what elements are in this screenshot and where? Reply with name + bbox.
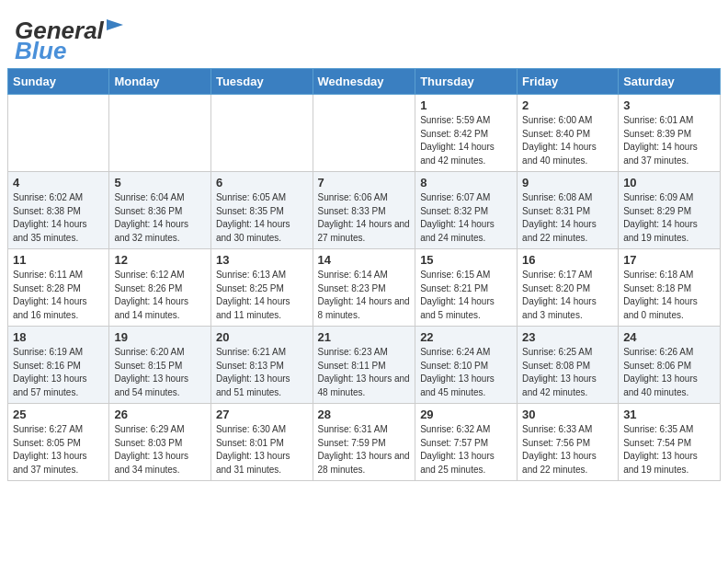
- day-number: 19: [114, 330, 206, 344]
- day-number: 9: [522, 176, 613, 190]
- calendar-cell: 19Sunrise: 6:20 AM Sunset: 8:15 PM Dayli…: [109, 327, 211, 404]
- day-number: 20: [216, 330, 308, 344]
- logo-flag-icon: [107, 19, 123, 34]
- day-number: 24: [623, 330, 715, 344]
- logo-blue: Blue: [15, 39, 66, 63]
- day-content: Sunrise: 6:11 AM Sunset: 8:28 PM Dayligh…: [13, 269, 104, 322]
- calendar-cell: 20Sunrise: 6:21 AM Sunset: 8:13 PM Dayli…: [210, 327, 313, 404]
- day-number: 10: [623, 176, 715, 190]
- calendar-cell: 26Sunrise: 6:29 AM Sunset: 8:03 PM Dayli…: [109, 404, 211, 481]
- calendar-cell: 2Sunrise: 6:00 AM Sunset: 8:40 PM Daylig…: [518, 95, 619, 172]
- day-content: Sunrise: 6:17 AM Sunset: 8:20 PM Dayligh…: [522, 269, 613, 322]
- day-content: Sunrise: 6:25 AM Sunset: 8:08 PM Dayligh…: [522, 346, 613, 399]
- calendar-cell: 14Sunrise: 6:14 AM Sunset: 8:23 PM Dayli…: [313, 249, 415, 327]
- day-number: 17: [623, 253, 715, 267]
- day-number: 5: [114, 176, 206, 190]
- day-number: 4: [13, 176, 104, 190]
- day-number: 23: [522, 330, 613, 344]
- day-content: Sunrise: 6:35 AM Sunset: 7:54 PM Dayligh…: [623, 423, 715, 477]
- day-content: Sunrise: 6:06 AM Sunset: 8:33 PM Dayligh…: [318, 191, 411, 245]
- calendar-cell: 3Sunrise: 6:01 AM Sunset: 8:39 PM Daylig…: [619, 95, 721, 172]
- calendar-cell: 13Sunrise: 6:13 AM Sunset: 8:25 PM Dayli…: [210, 249, 313, 327]
- calendar-cell: 23Sunrise: 6:25 AM Sunset: 8:08 PM Dayli…: [518, 327, 619, 404]
- day-number: 31: [623, 408, 715, 421]
- day-content: Sunrise: 5:59 AM Sunset: 8:42 PM Dayligh…: [420, 114, 512, 167]
- day-content: Sunrise: 6:30 AM Sunset: 8:01 PM Dayligh…: [216, 423, 308, 477]
- calendar-header-friday: Friday: [518, 69, 619, 95]
- calendar-cell: 21Sunrise: 6:23 AM Sunset: 8:11 PM Dayli…: [313, 327, 415, 404]
- calendar-week-row: 4Sunrise: 6:02 AM Sunset: 8:38 PM Daylig…: [8, 172, 721, 249]
- day-content: Sunrise: 6:05 AM Sunset: 8:35 PM Dayligh…: [216, 191, 308, 245]
- day-number: 27: [216, 408, 308, 421]
- calendar-cell: [210, 95, 313, 172]
- day-number: 18: [13, 330, 104, 344]
- calendar-table: SundayMondayTuesdayWednesdayThursdayFrid…: [7, 68, 721, 481]
- calendar-cell: 12Sunrise: 6:12 AM Sunset: 8:26 PM Dayli…: [109, 249, 211, 327]
- calendar-cell: 17Sunrise: 6:18 AM Sunset: 8:18 PM Dayli…: [619, 249, 721, 327]
- calendar-cell: [109, 95, 211, 172]
- calendar-cell: 5Sunrise: 6:04 AM Sunset: 8:36 PM Daylig…: [109, 172, 211, 249]
- calendar-week-row: 18Sunrise: 6:19 AM Sunset: 8:16 PM Dayli…: [8, 327, 721, 404]
- calendar-cell: 29Sunrise: 6:32 AM Sunset: 7:57 PM Dayli…: [415, 404, 518, 481]
- calendar-cell: 15Sunrise: 6:15 AM Sunset: 8:21 PM Dayli…: [415, 249, 518, 327]
- calendar-week-row: 11Sunrise: 6:11 AM Sunset: 8:28 PM Dayli…: [8, 249, 721, 327]
- day-number: 30: [522, 408, 613, 421]
- day-content: Sunrise: 6:09 AM Sunset: 8:29 PM Dayligh…: [623, 191, 715, 245]
- day-content: Sunrise: 6:01 AM Sunset: 8:39 PM Dayligh…: [623, 114, 715, 167]
- calendar-cell: 28Sunrise: 6:31 AM Sunset: 7:59 PM Dayli…: [313, 404, 415, 481]
- day-content: Sunrise: 6:20 AM Sunset: 8:15 PM Dayligh…: [114, 346, 206, 399]
- logo: General Blue: [15, 18, 123, 63]
- calendar-cell: 4Sunrise: 6:02 AM Sunset: 8:38 PM Daylig…: [8, 172, 109, 249]
- calendar-cell: 1Sunrise: 5:59 AM Sunset: 8:42 PM Daylig…: [415, 95, 518, 172]
- day-content: Sunrise: 6:29 AM Sunset: 8:03 PM Dayligh…: [114, 423, 206, 477]
- calendar-cell: 24Sunrise: 6:26 AM Sunset: 8:06 PM Dayli…: [619, 327, 721, 404]
- calendar-cell: 6Sunrise: 6:05 AM Sunset: 8:35 PM Daylig…: [210, 172, 313, 249]
- day-number: 22: [420, 330, 512, 344]
- day-content: Sunrise: 6:00 AM Sunset: 8:40 PM Dayligh…: [522, 114, 613, 167]
- day-content: Sunrise: 6:15 AM Sunset: 8:21 PM Dayligh…: [420, 269, 512, 322]
- day-content: Sunrise: 6:12 AM Sunset: 8:26 PM Dayligh…: [114, 269, 206, 322]
- day-content: Sunrise: 6:19 AM Sunset: 8:16 PM Dayligh…: [13, 346, 104, 399]
- calendar-cell: 22Sunrise: 6:24 AM Sunset: 8:10 PM Dayli…: [415, 327, 518, 404]
- day-content: Sunrise: 6:13 AM Sunset: 8:25 PM Dayligh…: [216, 269, 308, 322]
- svg-marker-0: [107, 19, 123, 30]
- calendar-cell: 8Sunrise: 6:07 AM Sunset: 8:32 PM Daylig…: [415, 172, 518, 249]
- day-content: Sunrise: 6:02 AM Sunset: 8:38 PM Dayligh…: [13, 191, 104, 245]
- calendar-header-thursday: Thursday: [415, 69, 518, 95]
- day-content: Sunrise: 6:23 AM Sunset: 8:11 PM Dayligh…: [318, 346, 411, 399]
- calendar-header-monday: Monday: [109, 69, 211, 95]
- calendar-cell: [313, 95, 415, 172]
- day-content: Sunrise: 6:33 AM Sunset: 7:56 PM Dayligh…: [522, 423, 613, 477]
- day-number: 1: [420, 98, 512, 112]
- day-number: 25: [13, 408, 104, 421]
- calendar-header-tuesday: Tuesday: [210, 69, 313, 95]
- day-content: Sunrise: 6:26 AM Sunset: 8:06 PM Dayligh…: [623, 346, 715, 399]
- day-number: 8: [420, 176, 512, 190]
- day-content: Sunrise: 6:27 AM Sunset: 8:05 PM Dayligh…: [13, 423, 104, 477]
- day-number: 16: [522, 253, 613, 267]
- day-number: 3: [623, 98, 715, 112]
- day-number: 26: [114, 408, 206, 421]
- day-content: Sunrise: 6:31 AM Sunset: 7:59 PM Dayligh…: [318, 423, 411, 477]
- calendar-cell: 7Sunrise: 6:06 AM Sunset: 8:33 PM Daylig…: [313, 172, 415, 249]
- day-number: 15: [420, 253, 512, 267]
- calendar-cell: [8, 95, 109, 172]
- calendar-cell: 9Sunrise: 6:08 AM Sunset: 8:31 PM Daylig…: [518, 172, 619, 249]
- calendar-week-row: 25Sunrise: 6:27 AM Sunset: 8:05 PM Dayli…: [8, 404, 721, 481]
- calendar-cell: 18Sunrise: 6:19 AM Sunset: 8:16 PM Dayli…: [8, 327, 109, 404]
- calendar-cell: 10Sunrise: 6:09 AM Sunset: 8:29 PM Dayli…: [619, 172, 721, 249]
- calendar-header-row: SundayMondayTuesdayWednesdayThursdayFrid…: [8, 69, 721, 95]
- day-content: Sunrise: 6:04 AM Sunset: 8:36 PM Dayligh…: [114, 191, 206, 245]
- day-number: 21: [318, 330, 411, 344]
- day-content: Sunrise: 6:21 AM Sunset: 8:13 PM Dayligh…: [216, 346, 308, 399]
- calendar-cell: 11Sunrise: 6:11 AM Sunset: 8:28 PM Dayli…: [8, 249, 109, 327]
- day-number: 2: [522, 98, 613, 112]
- calendar-header-sunday: Sunday: [8, 69, 109, 95]
- calendar-header-wednesday: Wednesday: [313, 69, 415, 95]
- calendar-cell: 16Sunrise: 6:17 AM Sunset: 8:20 PM Dayli…: [518, 249, 619, 327]
- day-content: Sunrise: 6:32 AM Sunset: 7:57 PM Dayligh…: [420, 423, 512, 477]
- calendar-cell: 30Sunrise: 6:33 AM Sunset: 7:56 PM Dayli…: [518, 404, 619, 481]
- calendar-cell: 27Sunrise: 6:30 AM Sunset: 8:01 PM Dayli…: [210, 404, 313, 481]
- day-number: 12: [114, 253, 206, 267]
- day-content: Sunrise: 6:24 AM Sunset: 8:10 PM Dayligh…: [420, 346, 512, 399]
